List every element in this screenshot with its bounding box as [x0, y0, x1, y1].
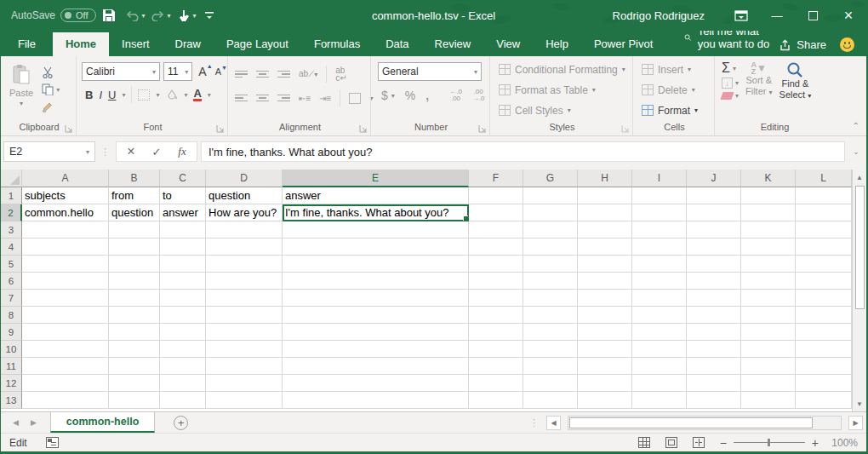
- accounting-format-button[interactable]: $: [381, 89, 388, 102]
- cell-I10[interactable]: [632, 341, 687, 358]
- cell-styles-button[interactable]: Cell Styles▾: [499, 101, 625, 119]
- format-as-table-button[interactable]: Format as Table▾: [499, 81, 625, 99]
- row-header-13[interactable]: 13: [1, 392, 22, 409]
- cell-D13[interactable]: [206, 392, 283, 409]
- row-header-1[interactable]: 1: [1, 187, 22, 204]
- cell-G7[interactable]: [523, 290, 578, 307]
- cell-K13[interactable]: [741, 392, 796, 409]
- tab-draw[interactable]: Draw: [163, 32, 214, 56]
- cell-A4[interactable]: [22, 238, 109, 256]
- collapse-ribbon-button[interactable]: ⌃: [853, 121, 859, 130]
- cell-K8[interactable]: [741, 307, 796, 324]
- tab-page-layout[interactable]: Page Layout: [214, 32, 301, 56]
- cancel-entry-button[interactable]: ×: [118, 144, 144, 159]
- cell-I13[interactable]: [632, 392, 687, 409]
- column-header-E[interactable]: E: [283, 170, 469, 187]
- cell-C2[interactable]: answer: [160, 204, 206, 221]
- column-header-I[interactable]: I: [632, 170, 687, 187]
- tab-power-pivot[interactable]: Power Pivot: [581, 32, 665, 56]
- sort-filter-button[interactable]: AZ ▼ Sort & Filter ▾: [745, 60, 773, 101]
- cell-F10[interactable]: [469, 341, 523, 358]
- tab-data[interactable]: Data: [373, 32, 421, 56]
- zoom-slider[interactable]: [734, 442, 805, 443]
- row-header-2[interactable]: 2: [1, 204, 22, 221]
- cell-L7[interactable]: [796, 290, 852, 307]
- cell-F2[interactable]: [469, 204, 523, 221]
- cell-A3[interactable]: [22, 221, 109, 238]
- cell-H9[interactable]: [578, 324, 632, 341]
- column-header-K[interactable]: K: [741, 170, 796, 187]
- cell-E2[interactable]: I'm fine, thanks. What about you?: [283, 204, 469, 221]
- cell-D8[interactable]: [206, 307, 283, 324]
- cell-K5[interactable]: [741, 256, 796, 273]
- cell-I7[interactable]: [632, 290, 687, 307]
- cut-button[interactable]: [42, 66, 60, 79]
- horizontal-scroll-thumb[interactable]: [569, 417, 813, 428]
- minimize-button[interactable]: —: [759, 0, 795, 31]
- cell-B9[interactable]: [109, 324, 160, 341]
- cell-B6[interactable]: [109, 273, 160, 290]
- cell-E8[interactable]: [283, 307, 469, 324]
- cell-A10[interactable]: [22, 341, 109, 358]
- cell-H6[interactable]: [578, 273, 632, 290]
- copy-button[interactable]: ▾: [42, 83, 60, 96]
- cell-A1[interactable]: subjects: [22, 187, 109, 204]
- cell-I11[interactable]: [632, 358, 687, 375]
- page-layout-view-button[interactable]: [665, 437, 677, 448]
- row-header-3[interactable]: 3: [1, 221, 22, 238]
- cell-J12[interactable]: [687, 375, 741, 392]
- font-color-button[interactable]: A: [193, 88, 201, 101]
- cell-D4[interactable]: [206, 238, 283, 256]
- cell-I2[interactable]: [632, 204, 687, 221]
- close-button[interactable]: ×: [831, 0, 866, 31]
- borders-dropdown[interactable]: ▾: [156, 91, 159, 99]
- cell-G3[interactable]: [523, 221, 578, 238]
- row-header-6[interactable]: 6: [1, 273, 22, 290]
- autosave-toggle[interactable]: Off: [60, 9, 95, 22]
- cell-L9[interactable]: [796, 324, 852, 341]
- tab-formulas[interactable]: Formulas: [301, 32, 373, 56]
- cell-A6[interactable]: [22, 273, 109, 290]
- cell-L8[interactable]: [796, 307, 852, 324]
- cell-L4[interactable]: [796, 238, 852, 256]
- copy-dropdown[interactable]: ▾: [56, 86, 60, 94]
- cell-K4[interactable]: [741, 238, 796, 256]
- cell-A9[interactable]: [22, 324, 109, 341]
- row-header-10[interactable]: 10: [1, 341, 22, 358]
- cell-G11[interactable]: [523, 358, 578, 375]
- insert-cells-button[interactable]: Insert▾: [642, 60, 698, 78]
- feedback-smiley-icon[interactable]: [840, 37, 854, 52]
- cell-D2[interactable]: How are you?: [206, 204, 283, 221]
- cell-H13[interactable]: [578, 392, 632, 409]
- scroll-right-button[interactable]: ▶: [848, 416, 863, 430]
- row-header-12[interactable]: 12: [1, 375, 22, 392]
- customize-qat-button[interactable]: [198, 4, 220, 26]
- underline-dropdown[interactable]: ▾: [122, 91, 125, 99]
- column-header-F[interactable]: F: [469, 170, 523, 187]
- cell-H11[interactable]: [578, 358, 632, 375]
- cell-B4[interactable]: [109, 238, 160, 256]
- conditional-formatting-button[interactable]: Conditional Formatting▾: [499, 60, 625, 78]
- scroll-up-button[interactable]: ▲: [853, 170, 866, 185]
- cell-B2[interactable]: question: [109, 204, 160, 221]
- format-cells-button[interactable]: Format▾: [642, 101, 698, 119]
- paste-button[interactable]: Paste ▾: [4, 60, 38, 111]
- cell-B3[interactable]: [109, 221, 160, 238]
- column-header-J[interactable]: J: [687, 170, 741, 187]
- align-left-button[interactable]: [235, 95, 248, 102]
- clear-button[interactable]: ▾: [722, 92, 739, 100]
- font-color-dropdown[interactable]: ▾: [208, 91, 211, 99]
- select-all-corner[interactable]: [1, 170, 22, 187]
- wrap-text-button[interactable]: abc↵: [335, 66, 346, 82]
- cell-K3[interactable]: [741, 221, 796, 238]
- cell-J8[interactable]: [687, 307, 741, 324]
- cell-A11[interactable]: [22, 358, 109, 375]
- cell-F13[interactable]: [469, 392, 523, 409]
- share-button[interactable]: Share: [779, 38, 826, 51]
- cell-J4[interactable]: [687, 238, 741, 256]
- increase-decimal-button[interactable]: ←.0.00: [449, 89, 462, 102]
- tab-review[interactable]: Review: [422, 32, 484, 56]
- alignment-dialog-launcher[interactable]: [359, 124, 368, 133]
- paste-dropdown[interactable]: ▾: [20, 100, 23, 107]
- orientation-button[interactable]: ab⟋▾: [299, 70, 317, 78]
